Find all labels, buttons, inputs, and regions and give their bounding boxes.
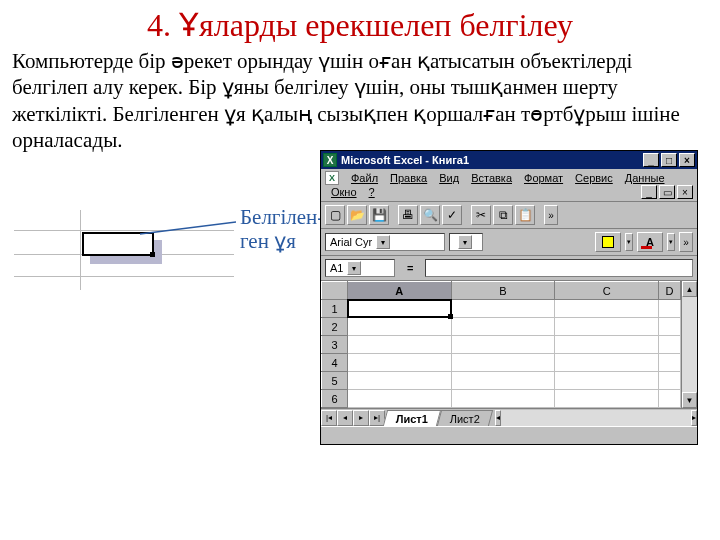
doc-restore-button[interactable]: ▭: [659, 185, 675, 199]
worksheet-area: A B C D 1 2 3 4 5 6 ▲ ▼: [321, 281, 697, 408]
formula-input[interactable]: [425, 259, 693, 277]
cell[interactable]: [555, 318, 659, 336]
tab-nav-next-icon[interactable]: ▸: [353, 410, 369, 426]
menu-insert[interactable]: Вставка: [465, 171, 518, 185]
row-header[interactable]: 5: [322, 372, 348, 390]
preview-icon[interactable]: 🔍: [420, 205, 440, 225]
menu-tools[interactable]: Сервис: [569, 171, 619, 185]
menu-file[interactable]: Файл: [345, 171, 384, 185]
font-size-combo[interactable]: ▾: [449, 233, 483, 251]
row-header[interactable]: 6: [322, 390, 348, 408]
cell[interactable]: [451, 300, 555, 318]
cell[interactable]: [451, 354, 555, 372]
paste-icon[interactable]: 📋: [515, 205, 535, 225]
col-header-d[interactable]: D: [659, 282, 681, 300]
font-color-button[interactable]: A: [637, 232, 663, 252]
formatting-toolbar: Arial Cyr ▾ ▾ ▾ A ▾ »: [321, 229, 697, 256]
cell[interactable]: [348, 336, 452, 354]
cell[interactable]: [555, 300, 659, 318]
cell[interactable]: [555, 390, 659, 408]
font-color-dropdown[interactable]: ▾: [667, 233, 675, 251]
cell[interactable]: [555, 372, 659, 390]
slide-body-text: Компьютерде бір әрекет орындау үшін оған…: [0, 48, 720, 153]
toolbar-more-icon[interactable]: »: [544, 205, 558, 225]
status-bar: [321, 426, 697, 444]
row-header[interactable]: 4: [322, 354, 348, 372]
cell[interactable]: [659, 336, 681, 354]
scroll-up-icon[interactable]: ▲: [682, 281, 697, 297]
save-icon[interactable]: 💾: [369, 205, 389, 225]
font-combo[interactable]: Arial Cyr ▾: [325, 233, 445, 251]
scroll-down-icon[interactable]: ▼: [682, 392, 697, 408]
cell[interactable]: [659, 318, 681, 336]
col-header-c[interactable]: C: [555, 282, 659, 300]
menu-edit[interactable]: Правка: [384, 171, 433, 185]
cell[interactable]: [555, 336, 659, 354]
spellcheck-icon[interactable]: ✓: [442, 205, 462, 225]
cell[interactable]: [451, 336, 555, 354]
col-header-b[interactable]: B: [451, 282, 555, 300]
cut-icon[interactable]: ✂: [471, 205, 491, 225]
callout-label: Белгілен- ген ұя: [240, 205, 324, 253]
name-box[interactable]: A1 ▾: [325, 259, 395, 277]
format-toolbar-more-icon[interactable]: »: [679, 232, 693, 252]
cell[interactable]: [659, 354, 681, 372]
copy-icon[interactable]: ⧉: [493, 205, 513, 225]
menu-data[interactable]: Данные: [619, 171, 671, 185]
excel-window: X Microsoft Excel - Книга1 _ □ × X Файл …: [320, 150, 698, 445]
col-header-a[interactable]: A: [348, 282, 452, 300]
menu-window[interactable]: Окно: [325, 185, 363, 201]
cell[interactable]: [659, 390, 681, 408]
sheet-tab-bar: |◂ ◂ ▸ ▸| Лист1 Лист2 ◂ ▸: [321, 408, 697, 426]
minimize-button[interactable]: _: [643, 153, 659, 167]
workbook-icon[interactable]: X: [325, 171, 339, 185]
worksheet-grid[interactable]: A B C D 1 2 3 4 5 6: [321, 281, 681, 408]
cell[interactable]: [659, 372, 681, 390]
cell[interactable]: [451, 390, 555, 408]
equals-button[interactable]: =: [401, 262, 419, 274]
sheet-tab-1[interactable]: Лист1: [383, 410, 441, 426]
sheet-tab-2[interactable]: Лист2: [437, 410, 493, 426]
fill-color-dropdown[interactable]: ▾: [625, 233, 633, 251]
row-header[interactable]: 3: [322, 336, 348, 354]
vertical-scrollbar[interactable]: ▲ ▼: [681, 281, 697, 408]
row-header[interactable]: 1: [322, 300, 348, 318]
cell[interactable]: [555, 354, 659, 372]
fill-color-button[interactable]: [595, 232, 621, 252]
svg-line-0: [140, 222, 236, 234]
cell[interactable]: [348, 354, 452, 372]
cell[interactable]: [451, 372, 555, 390]
tab-nav-first-icon[interactable]: |◂: [321, 410, 337, 426]
new-icon[interactable]: ▢: [325, 205, 345, 225]
menu-format[interactable]: Формат: [518, 171, 569, 185]
chevron-down-icon[interactable]: ▾: [347, 261, 361, 275]
menu-help[interactable]: ?: [363, 185, 381, 201]
excel-app-icon: X: [323, 153, 337, 167]
select-all-corner[interactable]: [322, 282, 348, 300]
menu-view[interactable]: Вид: [433, 171, 465, 185]
cell[interactable]: [659, 300, 681, 318]
doc-minimize-button[interactable]: _: [641, 185, 657, 199]
formula-bar: A1 ▾ =: [321, 256, 697, 281]
cell-a1[interactable]: [348, 300, 452, 318]
cell[interactable]: [348, 390, 452, 408]
open-icon[interactable]: 📂: [347, 205, 367, 225]
tab-nav-prev-icon[interactable]: ◂: [337, 410, 353, 426]
scroll-left-icon[interactable]: ◂: [495, 410, 501, 426]
font-combo-value: Arial Cyr: [330, 236, 372, 248]
chevron-down-icon[interactable]: ▾: [458, 235, 472, 249]
doc-close-button[interactable]: ×: [677, 185, 693, 199]
horizontal-scrollbar[interactable]: ◂ ▸: [495, 410, 697, 426]
standard-toolbar: ▢ 📂 💾 🖶 🔍 ✓ ✂ ⧉ 📋 »: [321, 202, 697, 229]
row-header[interactable]: 2: [322, 318, 348, 336]
scroll-right-icon[interactable]: ▸: [691, 410, 697, 426]
maximize-button[interactable]: □: [661, 153, 677, 167]
print-icon[interactable]: 🖶: [398, 205, 418, 225]
callout-connector: [140, 218, 236, 238]
close-button[interactable]: ×: [679, 153, 695, 167]
window-title: Microsoft Excel - Книга1: [341, 154, 469, 166]
cell[interactable]: [348, 372, 452, 390]
cell[interactable]: [348, 318, 452, 336]
cell[interactable]: [451, 318, 555, 336]
chevron-down-icon[interactable]: ▾: [376, 235, 390, 249]
